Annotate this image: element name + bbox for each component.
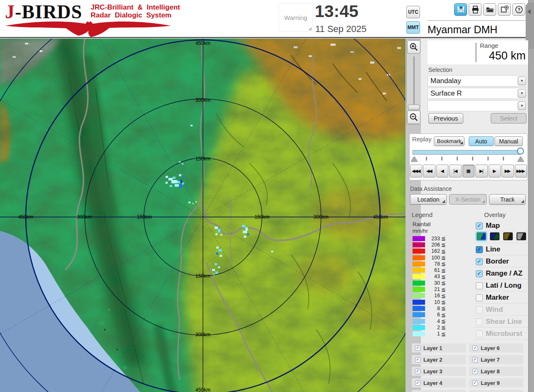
site-dropdown[interactable]: Mandalay ▼	[428, 75, 527, 86]
legend-row: 100≦	[413, 254, 452, 261]
rewind-fastest-button[interactable]: ◀◀◀	[410, 165, 422, 178]
layer-row-partial[interactable]	[412, 390, 466, 392]
header-bar: J-BIRDS JRC-Brilliant & Intelligent Rada…	[0, 0, 534, 38]
map-style-swatch-3[interactable]	[503, 232, 513, 240]
save-button[interactable]	[454, 3, 467, 16]
forward-fast-button[interactable]: ▶▶	[502, 165, 514, 178]
panel-edge-strip	[528, 0, 534, 392]
zoom-in-button[interactable]	[407, 40, 420, 54]
help-icon: ?	[515, 5, 523, 14]
add-image-button[interactable]	[498, 3, 511, 16]
mmt-button[interactable]: MMT	[406, 21, 420, 34]
overlay-item-lati-long[interactable]: Lati / Long	[476, 280, 528, 291]
layer-8-row[interactable]: Layer 8	[469, 367, 523, 376]
overlay-item-range-az[interactable]: Range / AZ	[476, 268, 528, 279]
chevron-down-icon[interactable]: ▼	[518, 76, 526, 85]
slider-end-marker[interactable]	[517, 156, 524, 162]
play-backward-button[interactable]: ◀	[436, 165, 448, 178]
layer-4-row[interactable]: Layer 4	[412, 378, 466, 387]
site-value: Mandalay	[430, 77, 461, 85]
layer-2-checkbox[interactable]	[415, 357, 420, 362]
zoom-slider-track[interactable]	[413, 57, 415, 104]
overlay-item-border[interactable]: Border	[476, 256, 528, 267]
help-button[interactable]: ?	[512, 3, 525, 16]
play-button[interactable]: ▶	[489, 165, 501, 178]
layer-6-checkbox[interactable]	[472, 345, 478, 351]
layer-6-row[interactable]: Layer 6	[469, 343, 523, 353]
step-back-button[interactable]: |◀	[449, 165, 461, 178]
map-style-swatch-2[interactable]	[490, 232, 499, 240]
step-forward-button[interactable]: ▶|	[475, 165, 487, 178]
layer-7-checkbox[interactable]	[472, 357, 478, 362]
previous-button[interactable]: Previous	[428, 113, 463, 123]
folder-icon	[486, 5, 494, 14]
layer-4-checkbox[interactable]	[415, 380, 420, 386]
lati-long-checkbox[interactable]	[476, 282, 483, 289]
location-button[interactable]: Location	[410, 194, 447, 205]
legend-row: 21≦	[413, 286, 452, 292]
legend-row: 43≦	[413, 274, 452, 280]
zoom-slider-handle[interactable]	[408, 105, 420, 110]
range-az-checkbox[interactable]	[476, 270, 483, 277]
select-button[interactable]: Select	[491, 113, 527, 123]
rewind-fast-button[interactable]: ◀◀	[423, 165, 435, 178]
legend-row: 10≦	[413, 299, 452, 305]
eagle-logo-icon	[4, 20, 173, 37]
wind-checkbox	[476, 306, 483, 313]
overlay-item-marker[interactable]: Marker	[476, 292, 528, 303]
map-style-swatch-4[interactable]	[517, 232, 526, 240]
utc-button[interactable]: UTC	[406, 6, 420, 18]
legend-label: Legend	[412, 211, 433, 218]
range-ring-label: 450km	[195, 40, 210, 46]
add-image-icon	[500, 5, 509, 14]
bookmark-button[interactable]: Bookmark	[434, 136, 465, 146]
extra-dropdown[interactable]: ▼	[428, 100, 527, 111]
replay-slider-track[interactable]	[413, 150, 520, 155]
chevron-down-icon[interactable]: ▼	[518, 101, 526, 110]
range-ring-label: 450km	[195, 387, 210, 392]
marker-checkbox[interactable]	[476, 294, 483, 301]
layer-1-checkbox[interactable]	[415, 345, 420, 351]
overlay-item-line[interactable]: Line	[476, 244, 528, 255]
track-button[interactable]: Track	[489, 194, 526, 205]
warning-label: Warning	[284, 14, 307, 21]
legend-row: 162≦	[413, 248, 452, 254]
print-button[interactable]	[469, 3, 482, 16]
warning-panel[interactable]: Warning	[279, 3, 313, 32]
map-style-swatch-1[interactable]	[477, 232, 486, 240]
legend-row: 8≦	[413, 305, 452, 311]
radar-map[interactable]: 450km 300km 150km 150km 300km 450km 450k…	[0, 39, 405, 392]
layer-8-checkbox[interactable]	[472, 369, 478, 374]
overlay-item-map[interactable]: Map	[476, 220, 528, 231]
stop-button[interactable]: ■	[462, 165, 475, 178]
map-checkbox[interactable]	[476, 222, 483, 229]
xsection-button[interactable]: X-Section	[449, 194, 487, 205]
zoom-out-icon	[409, 113, 418, 122]
replay-slider-thumb[interactable]	[517, 148, 524, 155]
auto-button[interactable]: Auto	[469, 136, 494, 146]
range-value: 450 km	[489, 49, 526, 62]
svg-text:?: ?	[517, 7, 520, 12]
range-label: Range	[480, 42, 498, 49]
layer-9-row[interactable]: Layer 9	[469, 378, 523, 387]
layer-1-row[interactable]: Layer 1	[412, 343, 466, 353]
forward-fastest-button[interactable]: ▶▶▶	[515, 165, 527, 178]
line-checkbox[interactable]	[476, 246, 483, 253]
range-ring-label: 300km	[77, 214, 92, 220]
border-checkbox[interactable]	[476, 258, 483, 265]
radar-map-viewport[interactable]: 450km 300km 150km 150km 300km 450km 450k…	[0, 39, 405, 392]
rainfall-legend: 233≦ 206≦ 162≦ 100≦ 78≦ 61≦ 43≦ 30≦ 21≦ …	[413, 235, 452, 337]
chevron-down-icon[interactable]: ▼	[518, 89, 526, 98]
open-folder-button[interactable]	[483, 3, 496, 16]
slider-start-marker[interactable]	[411, 156, 418, 162]
replay-label: Replay	[412, 136, 432, 143]
manual-button[interactable]: Manual	[494, 136, 523, 146]
layer-7-row[interactable]: Layer 7	[469, 355, 523, 364]
layer-row-partial[interactable]	[469, 390, 523, 392]
product-dropdown[interactable]: Surface R ▼	[428, 88, 527, 99]
zoom-out-button[interactable]	[407, 111, 420, 124]
layer-2-row[interactable]: Layer 2	[412, 355, 466, 364]
layer-3-row[interactable]: Layer 3	[412, 367, 466, 376]
layer-9-checkbox[interactable]	[472, 380, 478, 386]
layer-3-checkbox[interactable]	[415, 369, 420, 374]
